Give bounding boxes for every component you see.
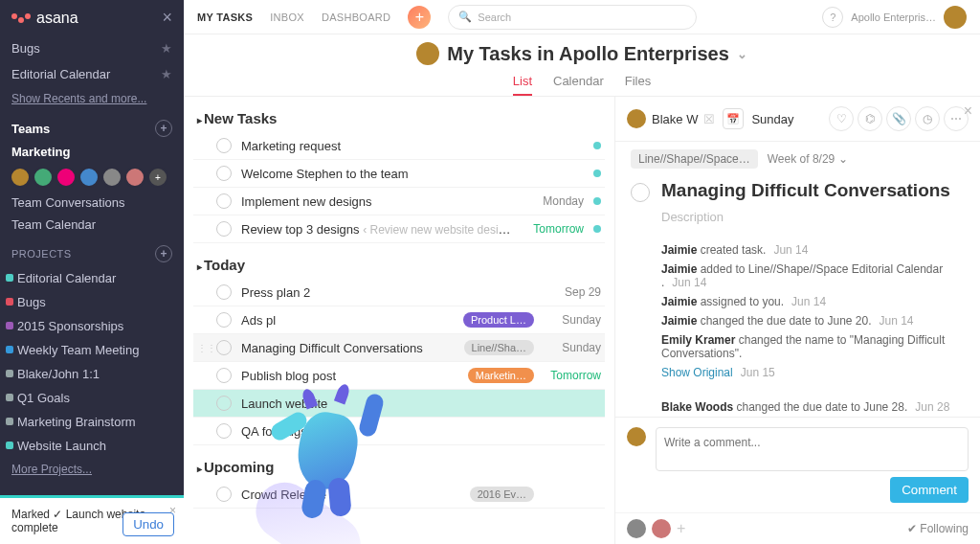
close-icon[interactable]: ×: [964, 102, 972, 120]
following-toggle[interactable]: ✔︎ Following: [907, 522, 969, 535]
tab-files[interactable]: Files: [625, 74, 651, 96]
task-title[interactable]: Managing Difficult Conversations: [661, 180, 950, 201]
show-recents-link[interactable]: Show Recents and more...: [0, 87, 184, 110]
project-item[interactable]: 2015 Sponsorships: [0, 314, 184, 338]
favorite-editorial[interactable]: Editorial Calendar ★: [0, 61, 184, 87]
calendar-icon[interactable]: 📅: [723, 108, 744, 129]
task-checkbox[interactable]: [216, 166, 232, 181]
add-follower-icon[interactable]: +: [677, 520, 685, 537]
project-item[interactable]: Marketing Brainstorm: [0, 410, 184, 434]
activity-item: Jaimie created task.Jun 14: [661, 243, 965, 257]
task-row[interactable]: ⋮⋮Review top 3 designs ‹ Review new webs…: [193, 215, 605, 243]
sidebar-collapse-icon[interactable]: ×: [162, 8, 172, 28]
description-field[interactable]: Description: [615, 202, 980, 238]
add-project-icon[interactable]: +: [155, 245, 172, 262]
task-row[interactable]: ⋮⋮Marketing request: [193, 132, 605, 160]
section-new[interactable]: ▸New Tasks: [193, 97, 605, 132]
section-upcoming[interactable]: ▸Upcoming: [193, 445, 605, 481]
follower-avatar[interactable]: [627, 519, 646, 538]
task-dot-icon: [593, 197, 601, 205]
task-checkbox[interactable]: [216, 340, 232, 355]
task-row[interactable]: ⋮⋮Welcome Stephen to the team: [193, 160, 605, 188]
project-pill[interactable]: 2016 Ev…: [470, 487, 534, 502]
task-name: Review top 3 designs ‹ Review new websit…: [241, 222, 517, 237]
assignee-name[interactable]: Blake W: [652, 112, 698, 126]
like-icon[interactable]: ♡: [829, 106, 854, 131]
task-checkbox[interactable]: [216, 423, 232, 439]
task-row[interactable]: ⋮⋮Press plan 2Sep 29: [193, 279, 605, 306]
project-item[interactable]: Q1 Goals: [0, 386, 184, 410]
topnav-dashboard[interactable]: DASHBOARD: [322, 11, 390, 23]
project-item[interactable]: Weekly Team Meeting: [0, 338, 184, 362]
task-checkbox[interactable]: [216, 221, 232, 237]
add-team-icon[interactable]: +: [155, 120, 172, 137]
avatar[interactable]: [101, 167, 122, 188]
team-calendar[interactable]: Team Calendar: [0, 214, 184, 236]
search-input[interactable]: 🔍 Search: [448, 5, 697, 30]
chevron-down-icon[interactable]: ⌄: [737, 47, 747, 61]
account-avatar[interactable]: [944, 6, 967, 29]
task-row[interactable]: ⋮⋮QA for bugs: [193, 418, 605, 445]
task-checkbox[interactable]: [216, 396, 232, 411]
tab-calendar[interactable]: Calendar: [553, 74, 604, 96]
project-item[interactable]: Website Launch: [0, 434, 184, 458]
page-owner-avatar: [416, 42, 439, 65]
team-conversations[interactable]: Team Conversations: [0, 192, 184, 214]
avatar[interactable]: [33, 167, 54, 188]
timer-icon[interactable]: ◷: [915, 106, 940, 131]
task-row[interactable]: ⋮⋮Ads plProduct L…Sunday: [193, 306, 605, 334]
follower-avatar[interactable]: [652, 519, 671, 538]
task-checkbox[interactable]: [216, 487, 232, 502]
assignee-avatar[interactable]: [627, 109, 646, 128]
project-pill[interactable]: Marketin…: [468, 368, 534, 383]
task-checkbox[interactable]: [216, 193, 232, 209]
avatar[interactable]: [56, 167, 77, 188]
project-item[interactable]: Editorial Calendar: [0, 266, 184, 290]
task-row[interactable]: ⋮⋮Launch website: [193, 390, 605, 418]
complete-checkbox[interactable]: [631, 183, 650, 202]
comment-button[interactable]: Comment: [890, 477, 969, 503]
due-date[interactable]: Sunday: [751, 112, 793, 126]
team-marketing[interactable]: Marketing: [0, 141, 184, 163]
activity-item: Jaimie added to Line//Shape//Space Edito…: [661, 262, 965, 289]
topnav-mytasks[interactable]: MY TASKS: [197, 11, 253, 23]
tab-list[interactable]: List: [513, 74, 532, 96]
logo[interactable]: asana: [11, 10, 78, 27]
caret-icon: ▸: [197, 464, 202, 474]
task-row[interactable]: ⋮⋮Implement new designsMonday: [193, 188, 605, 215]
avatar[interactable]: [124, 167, 145, 188]
project-tag[interactable]: Line//Shape//Space…: [631, 149, 758, 169]
task-checkbox[interactable]: [216, 368, 232, 383]
project-item[interactable]: Bugs: [0, 290, 184, 314]
add-member-icon[interactable]: +: [147, 167, 168, 188]
task-row[interactable]: ⋮⋮Crowd Release2016 Ev…: [193, 481, 605, 509]
remove-assignee-icon[interactable]: ☒: [703, 112, 715, 126]
project-pill[interactable]: Line//Sha…: [464, 340, 534, 355]
task-row[interactable]: ⋮⋮Managing Difficult ConversationsLine//…: [193, 334, 605, 362]
project-pill[interactable]: Product L…: [463, 312, 534, 328]
avatar[interactable]: [10, 167, 31, 188]
subtasks-icon[interactable]: ⌬: [858, 106, 882, 131]
week-label: Week of 8/29: [768, 152, 835, 166]
attachment-icon[interactable]: 📎: [886, 106, 911, 131]
global-add-button[interactable]: +: [408, 6, 431, 29]
project-item[interactable]: Blake/John 1:1: [0, 362, 184, 386]
comment-input[interactable]: [656, 427, 969, 471]
task-checkbox[interactable]: [216, 284, 232, 300]
task-checkbox[interactable]: [216, 312, 232, 328]
drag-handle-icon[interactable]: ⋮⋮: [197, 343, 207, 353]
section-today[interactable]: ▸Today: [193, 243, 605, 279]
avatar[interactable]: [78, 167, 100, 188]
main: MY TASKS INBOX DASHBOARD + 🔍 Search ? Ap…: [184, 0, 980, 544]
account-name[interactable]: Apollo Enterpris…: [851, 11, 936, 23]
show-original-link[interactable]: Show Original: [661, 366, 733, 379]
undo-button[interactable]: Undo: [122, 512, 174, 536]
more-projects-link[interactable]: More Projects...: [0, 458, 184, 481]
topnav-inbox[interactable]: INBOX: [270, 11, 304, 23]
section-label: New Tasks: [204, 110, 277, 126]
help-icon[interactable]: ?: [822, 7, 843, 28]
favorite-bugs[interactable]: Bugs ★: [0, 35, 184, 61]
week-tag[interactable]: Week of 8/29 ⌄: [768, 152, 848, 166]
task-checkbox[interactable]: [216, 138, 232, 153]
task-row[interactable]: ⋮⋮Publish blog postMarketin…Tomorrow: [193, 362, 605, 390]
